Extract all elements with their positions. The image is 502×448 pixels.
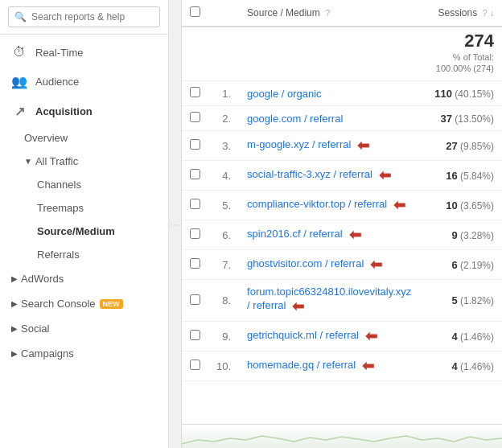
spam-arrow-icon: ⬅ [370,256,382,273]
total-pct-label: % of Total: [453,52,494,62]
spam-arrow-icon: ⬅ [292,298,304,315]
spam-arrow-icon: ⬅ [365,327,377,345]
select-all-checkbox[interactable] [190,6,200,17]
row-checkbox[interactable] [190,87,200,97]
source-link[interactable]: compliance-viktor.top / referral [247,198,387,210]
social-chevron: ▶ [11,324,18,333]
search-container: 🔍 [0,0,168,35]
session-count: 5 [451,294,457,306]
row-checkbox[interactable] [190,139,200,150]
row-number: 4. [208,161,239,191]
sidebar-item-acquisition[interactable]: ↗ Acquisition [0,97,168,126]
campaigns-chevron: ▶ [11,349,18,358]
sidebar-subitem-all-traffic[interactable]: ▼ All Traffic [0,150,168,173]
row-number: 3. [208,131,239,161]
data-table: Source / Medium ? Sessions ? ↓ [182,0,502,381]
session-count: 27 [446,140,457,152]
all-traffic-chevron: ▼ [24,157,32,166]
sessions-cell: 110 (40.15%) [419,81,502,106]
row-num-header [208,0,239,27]
source-link[interactable]: spin2016.cf / referral [247,228,343,240]
sidebar-section-social[interactable]: ▶ Social [0,316,168,341]
source-medium-cell: compliance-viktor.top / referral⬅ [239,191,419,220]
source-link[interactable]: m-google.xyz / referral [247,138,351,150]
sidebar-subitem-treemaps[interactable]: Treemaps [0,196,168,220]
session-pct: (3.65%) [458,200,494,212]
source-medium-cell: ghostvisitor.com / referral⬅ [239,250,419,280]
row-checkbox[interactable] [190,360,200,370]
session-count: 6 [451,259,457,271]
total-pct-value: 100.00% (274) [436,64,494,73]
sidebar-section-search-console[interactable]: ▶ Search Console NEW [0,291,168,316]
sessions-cell: 4 (1.46%) [419,351,502,381]
row-number: 1. [208,81,239,106]
row-checkbox[interactable] [190,330,200,340]
resize-handle[interactable]: ⋮ [169,0,182,448]
sessions-cell: 4 (1.46%) [419,322,502,351]
table-row: 2.google.com / referral37 (13.50%) [182,106,502,131]
source-link[interactable]: ghostvisitor.com / referral [247,257,364,269]
source-medium-help[interactable]: ? [325,8,330,18]
source-medium-header[interactable]: Source / Medium ? [239,0,419,27]
sidebar-subitem-source-medium[interactable]: Source/Medium [0,220,168,243]
row-number: 8. [208,280,239,322]
sidebar-item-audience[interactable]: 👥 Audience [0,67,168,97]
source-medium-label: Source/Medium [37,225,115,237]
session-pct: (13.50%) [452,113,494,125]
row-checkbox[interactable] [190,112,200,122]
search-icon: 🔍 [14,11,27,23]
source-link[interactable]: getrichquick.ml / referral [247,329,359,341]
session-pct: (3.28%) [458,230,494,241]
social-label: Social [21,323,49,335]
sessions-header[interactable]: Sessions ? ↓ [419,0,502,27]
row-checkbox[interactable] [190,228,200,239]
wave-chart [182,424,502,448]
sidebar-item-realtime[interactable]: ⏱ Real-Time [0,38,168,67]
search-console-label: Search Console [21,298,96,310]
adwords-label: AdWords [21,273,64,285]
row-checkbox[interactable] [190,169,200,179]
search-console-chevron: ▶ [11,299,18,308]
table-row: 9.getrichquick.ml / referral⬅4 (1.46%) [182,322,502,351]
sidebar-section-adwords[interactable]: ▶ AdWords [0,266,168,291]
all-traffic-label: All Traffic [35,155,78,167]
sidebar-subitem-channels[interactable]: Channels [0,173,168,196]
source-link[interactable]: homemade.gq / referral [247,359,356,371]
sidebar-subitem-overview[interactable]: Overview [0,126,168,150]
sessions-cell: 10 (3.65%) [419,191,502,220]
table-area: Source / Medium ? Sessions ? ↓ [182,0,502,424]
select-all-header[interactable] [182,0,208,27]
sessions-cell: 16 (5.84%) [419,161,502,191]
realtime-icon: ⏱ [11,45,27,60]
source-link[interactable]: google / organic [247,88,322,100]
row-checkbox[interactable] [190,258,200,269]
spam-arrow-icon: ⬅ [357,137,369,154]
sidebar-subitem-referrals[interactable]: Referrals [0,243,168,266]
table-row: 4.social-traffic-3.xyz / referral⬅16 (5.… [182,161,502,191]
row-checkbox[interactable] [190,294,200,305]
session-count: 110 [434,88,452,100]
sessions-cell: 27 (9.85%) [419,131,502,161]
source-medium-cell: homemade.gq / referral⬅ [239,351,419,381]
sessions-help[interactable]: ? [483,8,488,18]
sidebar: 🔍 ⏱ Real-Time 👥 Audience ↗ Acquisition O… [0,0,169,448]
row-checkbox[interactable] [190,199,200,209]
table-row: 7.ghostvisitor.com / referral⬅6 (2.19%) [182,250,502,280]
session-count: 37 [441,113,452,125]
search-console-badge: NEW [100,299,123,309]
row-number: 6. [208,220,239,250]
sidebar-item-acquisition-label: Acquisition [35,105,93,117]
source-link[interactable]: social-traffic-3.xyz / referral [247,168,372,180]
sidebar-section-campaigns[interactable]: ▶ Campaigns [0,341,168,366]
audience-icon: 👥 [11,74,27,89]
table-row: 10.homemade.gq / referral⬅4 (1.46%) [182,351,502,381]
source-medium-col-label: Source / Medium [247,7,320,18]
sessions-cell: 9 (3.28%) [419,220,502,250]
source-medium-cell: getrichquick.ml / referral⬅ [239,322,419,351]
source-link[interactable]: forum.topic66324810.ilovevitaly.xyz / re… [247,286,411,311]
session-pct: (1.46%) [458,331,494,343]
source-link[interactable]: google.com / referral [247,113,343,125]
spam-arrow-icon: ⬅ [362,357,374,375]
search-input[interactable] [8,6,160,27]
source-medium-cell: social-traffic-3.xyz / referral⬅ [239,161,419,191]
